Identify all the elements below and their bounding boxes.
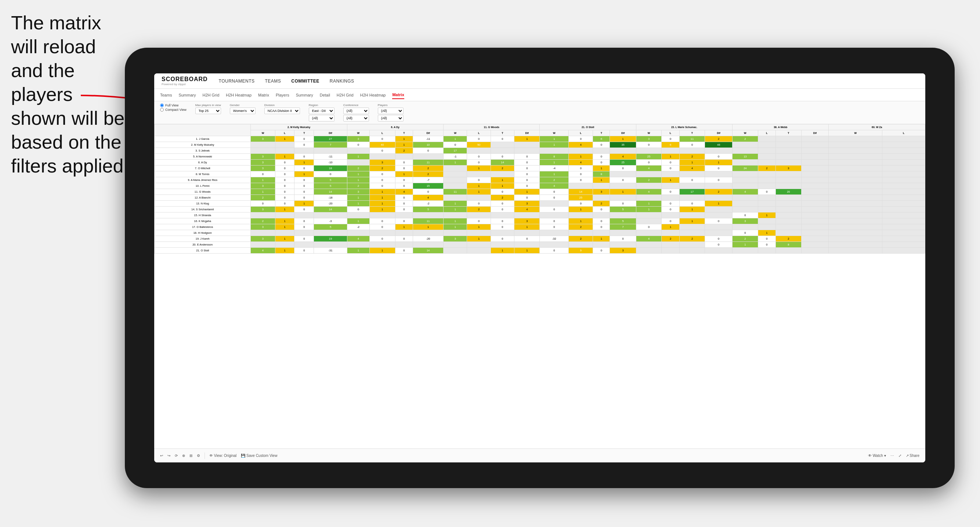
matrix-cell: 0 bbox=[705, 177, 732, 183]
filter-compact-view[interactable]: Compact View bbox=[160, 108, 186, 111]
matrix-cell: 1 bbox=[758, 230, 775, 236]
matrix-cell: 0 bbox=[636, 142, 662, 148]
matrix-cell: 1 bbox=[732, 242, 758, 248]
table-row: 7. O Mitchell300182202120-401040402423 bbox=[154, 165, 925, 171]
filter-conference-label: Conference bbox=[343, 103, 369, 107]
matrix-cell bbox=[829, 224, 882, 230]
matrix-cell: 0 bbox=[275, 165, 294, 171]
filter-max-label: Max players in view bbox=[195, 103, 221, 107]
sub-nav-h2h-heatmap2[interactable]: H2H Heatmap bbox=[360, 91, 386, 99]
matrix-cell bbox=[829, 154, 882, 160]
filter-max-players-group: Max players in view Top 25 bbox=[195, 103, 221, 114]
matrix-cell bbox=[776, 154, 802, 160]
matrix-cell: 1 bbox=[444, 160, 467, 165]
view-original-button[interactable]: 👁 View: Original bbox=[209, 454, 237, 458]
expand-button[interactable]: ⤢ bbox=[899, 454, 901, 458]
nav-committee[interactable]: COMMITTEE bbox=[291, 77, 320, 85]
sub-nav-teams[interactable]: Teams bbox=[160, 91, 172, 99]
matrix-cell: 0 bbox=[540, 189, 569, 195]
matrix-cell: 1 bbox=[662, 224, 679, 230]
matrix-cell: 2 bbox=[490, 195, 514, 201]
matrix-cell bbox=[275, 142, 294, 148]
sub-nav-matrix2[interactable]: Matrix bbox=[392, 91, 404, 99]
watch-button[interactable]: 👁 Watch ▾ bbox=[868, 454, 886, 458]
refresh-button[interactable]: ⟳ bbox=[175, 454, 178, 458]
filter-conference-select[interactable]: (All) bbox=[343, 108, 369, 114]
sub-h-d3: Dif bbox=[514, 130, 540, 136]
matrix-cell: 1 bbox=[540, 136, 569, 142]
matrix-cell: -32 bbox=[540, 236, 569, 242]
matrix-cell: 0 bbox=[275, 183, 294, 189]
sub-nav-detail[interactable]: Detail bbox=[320, 91, 330, 99]
matrix-cell: 1 bbox=[275, 206, 294, 213]
matrix-cell: 1 bbox=[444, 218, 467, 224]
filter-conference-sub-select[interactable]: (All) bbox=[343, 115, 369, 121]
filter-players-sub-select[interactable]: (All) bbox=[378, 115, 404, 121]
matrix-cell bbox=[758, 248, 775, 254]
matrix-cell: 4 bbox=[569, 160, 593, 165]
logo-scoreboard: SCOREBOARD bbox=[162, 76, 208, 83]
matrix-cell bbox=[679, 148, 705, 154]
filter-region-select[interactable]: East - DII bbox=[309, 108, 334, 114]
matrix-cell bbox=[732, 224, 758, 230]
sub-nav-matrix[interactable]: Matrix bbox=[258, 91, 269, 99]
matrix-cell: 0 bbox=[593, 142, 610, 148]
share-button[interactable]: ↗ Share bbox=[906, 454, 920, 458]
matrix-cell: 1 bbox=[490, 183, 514, 189]
undo-button[interactable]: ↩ bbox=[160, 454, 163, 458]
sub-nav-h2h-heatmap[interactable]: H2H Heatmap bbox=[226, 91, 251, 99]
matrix-cell: 14 bbox=[314, 206, 347, 213]
filter-full-view[interactable]: Full View bbox=[160, 103, 186, 107]
nav-rankings[interactable]: RANKINGS bbox=[330, 77, 354, 85]
filter-division-select[interactable]: NCAA Division II bbox=[264, 108, 300, 114]
settings-button[interactable]: ⚙ bbox=[197, 454, 200, 458]
matrix-cell: 2 bbox=[347, 183, 369, 189]
share-options-button[interactable]: ⋯ bbox=[891, 454, 894, 458]
matrix-cell: 15 bbox=[413, 183, 444, 189]
matrix-cell: 0 bbox=[369, 224, 395, 230]
grid-button[interactable]: ⊞ bbox=[189, 454, 192, 458]
matrix-cell: 4 bbox=[413, 195, 444, 201]
matrix-cell bbox=[705, 213, 732, 218]
matrix-cell: 3 bbox=[251, 224, 275, 230]
matrix-cell: 2 bbox=[732, 136, 758, 142]
matrix-cell bbox=[610, 148, 636, 154]
matrix-cell: 24 bbox=[732, 165, 758, 171]
sub-nav-summary2[interactable]: Summary bbox=[296, 91, 313, 99]
sub-nav-players[interactable]: Players bbox=[276, 91, 290, 99]
save-custom-button[interactable]: 💾 Save Custom View bbox=[241, 454, 277, 458]
nav-teams[interactable]: TEAMS bbox=[265, 77, 281, 85]
filter-players-select[interactable]: (All) bbox=[378, 108, 404, 114]
table-row: 2. M Kelly Mulcahy070401100501403506046 bbox=[154, 142, 925, 148]
zoom-button[interactable]: ⊕ bbox=[182, 454, 185, 458]
matrix-cell: 0 bbox=[593, 248, 610, 254]
matrix-cell bbox=[636, 242, 662, 248]
filter-max-select[interactable]: Top 25 bbox=[195, 108, 221, 114]
filter-region-sub-select[interactable]: (All) bbox=[309, 115, 334, 121]
matrix-cell bbox=[758, 206, 775, 213]
filter-gender-select[interactable]: Women's bbox=[230, 108, 256, 114]
matrix-cell: 0 bbox=[540, 248, 569, 254]
matrix-cell bbox=[882, 177, 925, 183]
matrix-cell: -3 bbox=[314, 218, 347, 224]
matrix-cell bbox=[801, 142, 829, 148]
matrix-cell: 4 bbox=[514, 206, 540, 213]
sub-nav-h2h-grid[interactable]: H2H Grid bbox=[202, 91, 219, 99]
nav-tournaments[interactable]: TOURNAMENTS bbox=[219, 77, 255, 85]
matrix-cell: 2 bbox=[679, 154, 705, 160]
matrix-cell bbox=[275, 148, 294, 154]
matrix-cell bbox=[514, 230, 540, 236]
matrix-cell: 1 bbox=[569, 154, 593, 160]
matrix-cell: 0 bbox=[294, 206, 314, 213]
matrix-cell: 18 bbox=[314, 165, 347, 171]
matrix-cell: 0 bbox=[395, 177, 413, 183]
sub-h-l5: L bbox=[662, 130, 679, 136]
matrix-cell bbox=[251, 213, 275, 218]
sub-h-l7: L bbox=[882, 130, 925, 136]
matrix-cell bbox=[636, 218, 662, 224]
sub-nav-h2h-grid2[interactable]: H2H Grid bbox=[337, 91, 353, 99]
sub-nav-summary[interactable]: Summary bbox=[178, 91, 196, 99]
redo-button[interactable]: ↪ bbox=[167, 454, 170, 458]
matrix-cell bbox=[679, 195, 705, 201]
matrix-container[interactable]: 2. M Kelly Mulcahy 6. A Dy 11. G Woods 2… bbox=[154, 124, 925, 414]
